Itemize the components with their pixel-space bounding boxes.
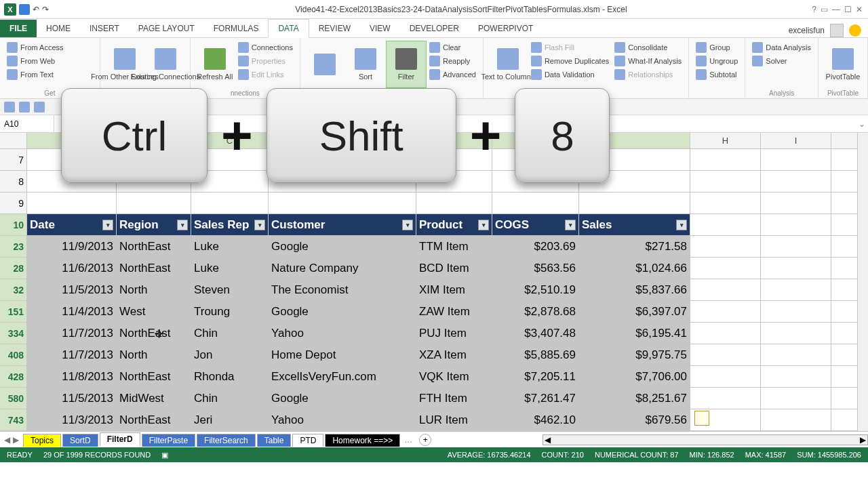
- solver-button[interactable]: Solver: [749, 54, 814, 68]
- cell-region[interactable]: North: [117, 344, 191, 365]
- cell[interactable]: [761, 388, 831, 409]
- sheet-overflow-icon[interactable]: …: [401, 435, 415, 445]
- cell-rep[interactable]: Steven: [191, 279, 269, 300]
- select-all-triangle[interactable]: [0, 133, 27, 148]
- cell[interactable]: [761, 409, 831, 430]
- filter-dropdown-icon[interactable]: ▾: [402, 220, 413, 230]
- cell-date[interactable]: 11/7/2013: [27, 344, 117, 365]
- text-to-columns-button[interactable]: Text to Columns: [488, 41, 528, 88]
- sheet-tab[interactable]: Table: [257, 434, 292, 447]
- maximize-icon[interactable]: ☐: [844, 5, 852, 14]
- row-header[interactable]: 408: [0, 344, 27, 365]
- refresh-all-button[interactable]: Refresh All: [195, 41, 235, 88]
- cell-customer[interactable]: Google: [269, 236, 416, 257]
- clear-button[interactable]: Clear: [427, 41, 479, 54]
- col-header-i[interactable]: I: [761, 133, 831, 148]
- cell-cogs[interactable]: $7,261.47: [492, 388, 579, 409]
- cell-product[interactable]: ZAW Item: [416, 301, 492, 322]
- minimize-icon[interactable]: —: [832, 5, 840, 14]
- cell-cogs[interactable]: $7,205.11: [492, 366, 579, 387]
- cell-date[interactable]: 11/7/2013: [27, 323, 117, 344]
- cell[interactable]: [492, 192, 579, 214]
- cell-region[interactable]: North: [117, 279, 191, 300]
- row-header[interactable]: 23: [0, 236, 27, 257]
- tab-page-layout[interactable]: PAGE LAYOUT: [129, 20, 204, 37]
- help-icon[interactable]: ?: [812, 5, 816, 14]
- reapply-button[interactable]: Reapply: [427, 54, 479, 68]
- cell-customer[interactable]: The Economist: [269, 279, 416, 300]
- row-header[interactable]: 428: [0, 366, 27, 387]
- advanced-button[interactable]: Advanced: [427, 68, 479, 81]
- cell-customer[interactable]: Google: [269, 301, 416, 322]
- cell-customer[interactable]: Google: [269, 388, 416, 409]
- from-access-button[interactable]: From Access: [4, 41, 96, 54]
- cell[interactable]: [761, 214, 831, 235]
- cell[interactable]: [761, 301, 831, 322]
- cell-customer[interactable]: Yahoo: [269, 323, 416, 344]
- cell-cogs[interactable]: $2,510.19: [492, 279, 579, 300]
- tab-data[interactable]: DATA: [268, 19, 309, 38]
- account-avatar[interactable]: [830, 24, 844, 37]
- cell[interactable]: [690, 388, 761, 409]
- expand-formula-icon[interactable]: ⌄: [856, 119, 868, 129]
- connections-button[interactable]: Connections: [235, 41, 296, 54]
- account-name[interactable]: excelisfun: [789, 26, 825, 35]
- name-box[interactable]: A10: [0, 115, 54, 132]
- ribbon-options-icon[interactable]: ▭: [821, 5, 828, 14]
- cell[interactable]: [690, 366, 761, 387]
- cell-cogs[interactable]: $5,885.69: [492, 344, 579, 365]
- cell-sales[interactable]: $6,397.07: [579, 301, 690, 322]
- row-header[interactable]: 8: [0, 171, 27, 192]
- what-if-button[interactable]: What-If Analysis: [612, 54, 684, 68]
- qat-icon-3[interactable]: [34, 102, 45, 113]
- tab-formulas[interactable]: FORMULAS: [204, 20, 269, 37]
- row-header[interactable]: 7: [0, 149, 27, 170]
- cell-region[interactable]: NorthEast: [117, 409, 191, 430]
- tab-file[interactable]: FILE: [0, 20, 37, 37]
- cell[interactable]: [690, 236, 761, 257]
- cell[interactable]: [761, 344, 831, 365]
- cell-region[interactable]: West: [117, 301, 191, 322]
- cell[interactable]: [690, 192, 761, 214]
- sort-az-button[interactable]: [304, 41, 345, 88]
- filter-dropdown-icon[interactable]: ▾: [478, 220, 489, 230]
- table-header-cell[interactable]: Sales▾: [579, 214, 690, 235]
- cell-rep[interactable]: Troung: [191, 301, 269, 322]
- row-header[interactable]: 28: [0, 258, 27, 279]
- qat-icon-1[interactable]: [4, 102, 15, 113]
- cell-product[interactable]: TTM Item: [416, 236, 492, 257]
- smiley-icon[interactable]: [849, 24, 861, 37]
- row-header[interactable]: 743: [0, 409, 27, 430]
- from-web-button[interactable]: From Web: [4, 54, 96, 68]
- cell-region[interactable]: NorthEast: [117, 366, 191, 387]
- cell-sales[interactable]: $9,975.75: [579, 344, 690, 365]
- filter-button[interactable]: Filter: [386, 41, 427, 88]
- cell[interactable]: [761, 192, 831, 214]
- cell[interactable]: [690, 171, 761, 192]
- cell-product[interactable]: FTH Item: [416, 388, 492, 409]
- undo-icon[interactable]: ↶: [33, 5, 39, 14]
- cell-rep[interactable]: Luke: [191, 236, 269, 257]
- qat-icon-2[interactable]: [19, 102, 30, 113]
- table-header-cell[interactable]: Customer▾: [269, 214, 416, 235]
- tab-home[interactable]: HOME: [37, 20, 80, 37]
- sheet-tab[interactable]: FilterSearch: [197, 434, 256, 447]
- sort-button[interactable]: Sort: [345, 41, 386, 88]
- horizontal-scrollbar[interactable]: ◀▶: [542, 434, 868, 445]
- cell-cogs[interactable]: $462.10: [492, 409, 579, 430]
- cell-rep[interactable]: Jon: [191, 344, 269, 365]
- ungroup-button[interactable]: Ungroup: [693, 54, 741, 68]
- filter-dropdown-icon[interactable]: ▾: [565, 220, 576, 230]
- cell[interactable]: [191, 192, 269, 214]
- from-text-button[interactable]: From Text: [4, 68, 96, 81]
- row-header[interactable]: 10: [0, 214, 27, 235]
- save-icon[interactable]: [19, 4, 30, 15]
- cell-rep[interactable]: Jeri: [191, 409, 269, 430]
- row-header[interactable]: 334: [0, 323, 27, 344]
- sheet-tab[interactable]: FilterD: [100, 432, 140, 447]
- sheet-nav-prev[interactable]: ◀: [4, 435, 10, 445]
- cell[interactable]: [690, 301, 761, 322]
- cell[interactable]: [27, 192, 117, 214]
- cell[interactable]: [690, 344, 761, 365]
- close-icon[interactable]: ✕: [856, 5, 863, 14]
